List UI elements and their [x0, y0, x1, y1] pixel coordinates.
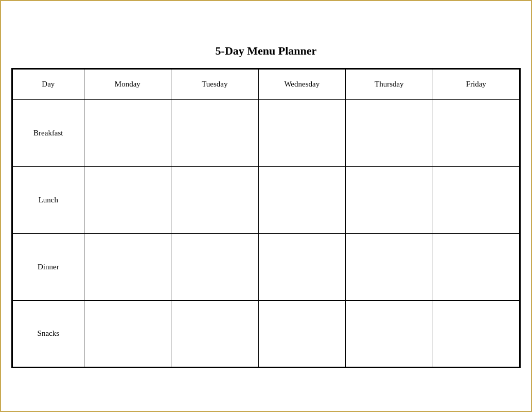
row-label-lunch: Lunch: [12, 166, 84, 233]
header-tuesday: Tuesday: [171, 68, 258, 99]
cell-snacks-4[interactable]: [433, 300, 520, 367]
table-row: Lunch: [12, 166, 520, 233]
header-thursday: Thursday: [346, 68, 433, 99]
cell-dinner-4[interactable]: [433, 233, 520, 300]
header-friday: Friday: [433, 68, 520, 99]
cell-dinner-1[interactable]: [171, 233, 258, 300]
cell-breakfast-2[interactable]: [258, 99, 346, 166]
header-day: Day: [12, 68, 84, 99]
cell-snacks-3[interactable]: [346, 300, 433, 367]
cell-lunch-2[interactable]: [258, 166, 346, 233]
header-row: DayMondayTuesdayWednesdayThursdayFriday: [12, 68, 520, 99]
cell-snacks-1[interactable]: [171, 300, 258, 367]
table-row: Dinner: [12, 233, 520, 300]
cell-dinner-3[interactable]: [346, 233, 433, 300]
row-label-snacks: Snacks: [12, 300, 84, 367]
page-title: 5-Day Menu Planner: [216, 44, 317, 58]
table-row: Snacks: [12, 300, 520, 367]
cell-lunch-3[interactable]: [346, 166, 433, 233]
planner-table: DayMondayTuesdayWednesdayThursdayFriday …: [11, 68, 521, 368]
cell-breakfast-1[interactable]: [171, 99, 258, 166]
table-body: BreakfastLunchDinnerSnacks: [12, 99, 520, 367]
cell-dinner-0[interactable]: [84, 233, 171, 300]
cell-snacks-0[interactable]: [84, 300, 171, 367]
cell-lunch-0[interactable]: [84, 166, 171, 233]
row-label-dinner: Dinner: [12, 233, 84, 300]
page-container: 5-Day Menu Planner DayMondayTuesdayWedne…: [11, 44, 521, 368]
cell-dinner-2[interactable]: [258, 233, 346, 300]
cell-lunch-1[interactable]: [171, 166, 258, 233]
cell-lunch-4[interactable]: [433, 166, 520, 233]
cell-snacks-2[interactable]: [258, 300, 346, 367]
cell-breakfast-4[interactable]: [433, 99, 520, 166]
header-monday: Monday: [84, 68, 171, 99]
table-row: Breakfast: [12, 99, 520, 166]
row-label-breakfast: Breakfast: [12, 99, 84, 166]
cell-breakfast-0[interactable]: [84, 99, 171, 166]
header-wednesday: Wednesday: [258, 68, 346, 99]
cell-breakfast-3[interactable]: [346, 99, 433, 166]
